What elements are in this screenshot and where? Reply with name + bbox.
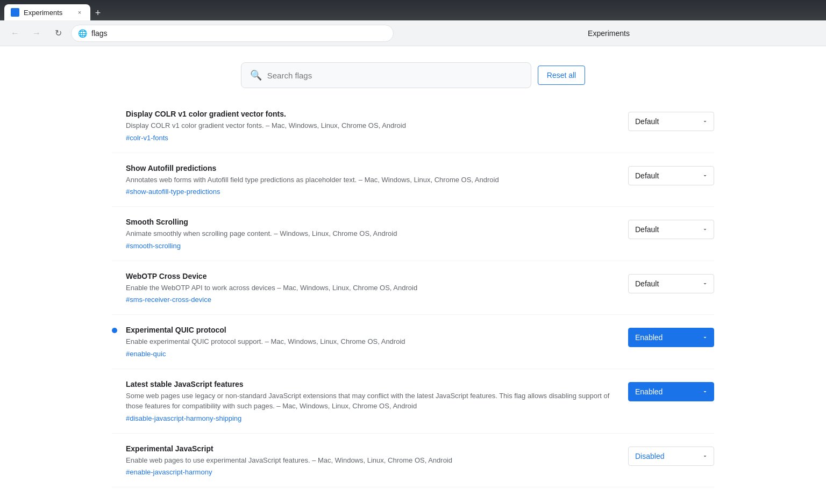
flag-description: Enable the WebOTP API to work across dev… (126, 283, 620, 293)
reset-all-button[interactable]: Reset all (538, 66, 585, 85)
tab-title: Experiments (24, 9, 71, 17)
flag-name: Experimental QUIC protocol (126, 326, 620, 334)
tab-favicon (11, 8, 19, 17)
flag-link[interactable]: #show-autofill-type-predictions (126, 188, 220, 196)
flag-item: Latest stable JavaScript featuresSome we… (112, 369, 714, 434)
reload-button[interactable]: ↻ (49, 25, 67, 42)
flag-name: Smooth Scrolling (126, 218, 620, 226)
flag-description: Display COLR v1 color gradient vector fo… (126, 120, 620, 131)
flag-content: Smooth ScrollingAnimate smoothly when sc… (126, 218, 620, 250)
flag-item: Display COLR v1 color gradient vector fo… (112, 99, 714, 153)
flag-description: Enable web pages to use experimental Jav… (126, 455, 620, 466)
flag-control: DefaultEnabledDisabled (628, 166, 714, 185)
flag-description: Some web pages use legacy or non-standar… (126, 391, 620, 412)
flag-control: DefaultEnabledDisabled (628, 447, 714, 466)
flag-content: Display COLR v1 color gradient vector fo… (126, 110, 620, 142)
flag-control: DefaultEnabledDisabled (628, 328, 714, 347)
flag-content: Latest stable JavaScript featuresSome we… (126, 380, 620, 422)
flag-item: Experimental QUIC protocolEnable experim… (112, 315, 714, 369)
flag-select-show-autofill-predictions[interactable]: DefaultEnabledDisabled (628, 166, 714, 185)
search-icon: 🔍 (250, 69, 262, 81)
experiments-tab[interactable]: Experiments × (4, 4, 90, 20)
flag-select-colr-v1-fonts[interactable]: DefaultEnabledDisabled (628, 112, 714, 131)
flag-content: Experimental QUIC protocolEnable experim… (126, 326, 620, 358)
flag-select-enable-javascript-harmony[interactable]: DefaultEnabledDisabled (628, 447, 714, 466)
flag-name: Latest stable JavaScript features (126, 380, 620, 388)
search-box: 🔍 (241, 62, 531, 88)
flag-link[interactable]: #colr-v1-fonts (126, 134, 168, 142)
browser-chrome: Experiments × + (0, 0, 826, 20)
address-bar[interactable]: 🌐 flags (71, 25, 394, 42)
flag-control: DefaultEnabledDisabled (628, 274, 714, 293)
flag-description: Animate smoothly when scrolling page con… (126, 228, 620, 239)
flag-link[interactable]: #enable-javascript-harmony (126, 468, 212, 476)
flag-link[interactable]: #disable-javascript-harmony-shipping (126, 414, 241, 422)
search-container: 🔍 Reset all (90, 57, 736, 99)
flag-link[interactable]: #enable-quic (126, 350, 166, 358)
flag-select-webotp-cross-device[interactable]: DefaultEnabledDisabled (628, 274, 714, 293)
flag-name: WebOTP Cross Device (126, 272, 620, 280)
nav-bar: ← → ↻ 🌐 flags Experiments (0, 20, 826, 46)
flag-control: DefaultEnabledDisabled (628, 220, 714, 239)
flag-name: Show Autofill predictions (126, 164, 620, 172)
new-tab-button[interactable]: + (90, 5, 105, 20)
flag-item: Smooth ScrollingAnimate smoothly when sc… (112, 207, 714, 261)
flag-control: DefaultEnabledDisabled (628, 382, 714, 401)
flag-content: WebOTP Cross DeviceEnable the WebOTP API… (126, 272, 620, 304)
tab-bar: Experiments × + (4, 0, 105, 20)
flag-item: Experimental JavaScriptEnable web pages … (112, 434, 714, 488)
flag-description: Annotates web forms with Autofill field … (126, 175, 620, 185)
flag-name: Display COLR v1 color gradient vector fo… (126, 110, 620, 118)
page-center-title: Experiments (398, 29, 820, 38)
flag-content: Show Autofill predictionsAnnotates web f… (126, 164, 620, 196)
back-button[interactable]: ← (6, 25, 24, 42)
address-security-icon: 🌐 (78, 29, 87, 38)
search-input[interactable] (267, 71, 522, 80)
flag-link[interactable]: #smooth-scrolling (126, 242, 181, 250)
flag-item: Show Autofill predictionsAnnotates web f… (112, 153, 714, 207)
main-content: 🔍 Reset all Display COLR v1 color gradie… (90, 46, 736, 498)
flag-content: Experimental JavaScriptEnable web pages … (126, 444, 620, 477)
flags-list: Display COLR v1 color gradient vector fo… (90, 99, 736, 487)
forward-button[interactable]: → (28, 25, 45, 42)
flag-description: Enable experimental QUIC protocol suppor… (126, 336, 620, 347)
flag-control: DefaultEnabledDisabled (628, 112, 714, 131)
flag-name: Experimental JavaScript (126, 444, 620, 453)
flag-dot-indicator (112, 328, 117, 333)
tab-close-button[interactable]: × (75, 8, 84, 17)
flag-select-enable-quic[interactable]: DefaultEnabledDisabled (628, 328, 714, 347)
flag-select-smooth-scrolling[interactable]: DefaultEnabledDisabled (628, 220, 714, 239)
flag-link[interactable]: #sms-receiver-cross-device (126, 296, 211, 304)
flag-select-disable-javascript-harmony-shipping[interactable]: DefaultEnabledDisabled (628, 382, 714, 401)
address-text: flags (91, 29, 108, 38)
flag-item: WebOTP Cross DeviceEnable the WebOTP API… (112, 261, 714, 315)
